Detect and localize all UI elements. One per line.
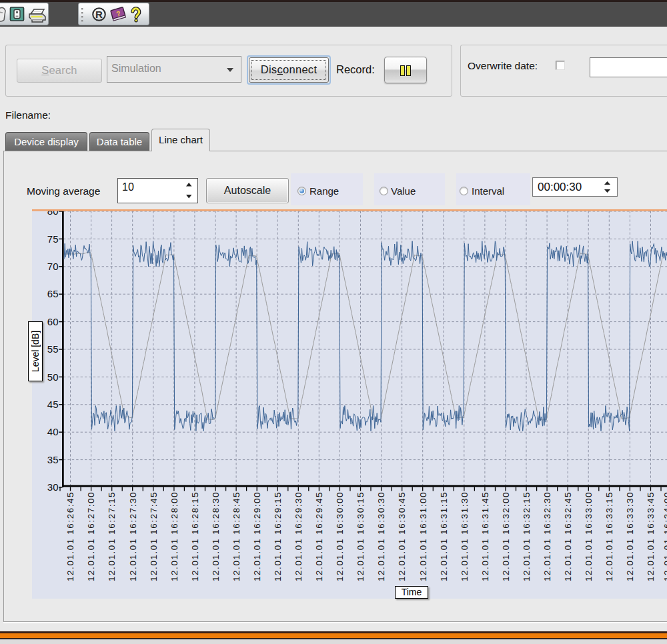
svg-text:12.01.01 16:28:00: 12.01.01 16:28:00	[169, 491, 179, 581]
svg-text:12.01.01 16:29:45: 12.01.01 16:29:45	[314, 491, 324, 581]
svg-text:12.01.01 16:30:15: 12.01.01 16:30:15	[356, 491, 366, 581]
svg-text:12.01.01 16:28:30: 12.01.01 16:28:30	[211, 491, 221, 581]
svg-text:12.01.01 16:27:00: 12.01.01 16:27:00	[86, 491, 96, 581]
svg-text:12.01.01 16:27:15: 12.01.01 16:27:15	[107, 491, 117, 581]
svg-text:12.01.01 16:31:15: 12.01.01 16:31:15	[439, 491, 449, 581]
svg-text:12.01.01 16:29:00: 12.01.01 16:29:00	[252, 491, 262, 581]
svg-text:12.01.01 16:33:30: 12.01.01 16:33:30	[625, 491, 635, 581]
svg-text:12.01.01 16:27:45: 12.01.01 16:27:45	[149, 491, 159, 581]
svg-text:70: 70	[47, 261, 59, 272]
svg-text:12.01.01 16:32:15: 12.01.01 16:32:15	[522, 491, 532, 581]
svg-text:12.01.01 16:27:30: 12.01.01 16:27:30	[128, 491, 138, 581]
svg-text:65: 65	[47, 288, 59, 299]
svg-text:45: 45	[47, 399, 59, 410]
svg-text:12.01.01 16:34:00: 12.01.01 16:34:00	[662, 491, 667, 581]
svg-text:12.01.01 16:29:30: 12.01.01 16:29:30	[293, 491, 303, 581]
svg-text:12.01.01 16:32:00: 12.01.01 16:32:00	[501, 491, 511, 581]
svg-text:60: 60	[47, 316, 59, 327]
svg-text:12.01.01 16:30:45: 12.01.01 16:30:45	[397, 491, 407, 581]
svg-text:55: 55	[47, 343, 59, 355]
svg-text:30: 30	[47, 481, 59, 493]
svg-text:12.01.01 16:28:15: 12.01.01 16:28:15	[190, 491, 200, 581]
svg-text:12.01.01 16:29:15: 12.01.01 16:29:15	[273, 491, 283, 581]
svg-text:12.01.01 16:31:00: 12.01.01 16:31:00	[418, 491, 428, 581]
svg-text:12.01.01 16:30:30: 12.01.01 16:30:30	[376, 491, 386, 581]
svg-text:12.01.01 16:33:00: 12.01.01 16:33:00	[584, 491, 594, 581]
svg-text:35: 35	[47, 454, 59, 465]
svg-text:75: 75	[47, 233, 59, 245]
svg-text:R: R	[95, 9, 103, 20]
svg-text:12.01.01 16:30:00: 12.01.01 16:30:00	[335, 491, 345, 581]
svg-text:12.01.01 16:31:45: 12.01.01 16:31:45	[480, 491, 490, 581]
svg-text:40: 40	[47, 426, 59, 437]
svg-text:12.01.01 16:32:30: 12.01.01 16:32:30	[542, 491, 552, 581]
svg-text:12.01.01 16:32:45: 12.01.01 16:32:45	[563, 491, 573, 581]
svg-text:12.01.01 16:33:45: 12.01.01 16:33:45	[646, 491, 656, 581]
svg-text:12.01.01 16:33:15: 12.01.01 16:33:15	[604, 491, 614, 581]
svg-text:12.01.01 16:31:30: 12.01.01 16:31:30	[460, 491, 470, 581]
svg-text:50: 50	[47, 371, 59, 383]
svg-text:12.01.01 16:26:45: 12.01.01 16:26:45	[65, 491, 75, 581]
svg-text:12.01.01 16:28:45: 12.01.01 16:28:45	[231, 491, 241, 581]
